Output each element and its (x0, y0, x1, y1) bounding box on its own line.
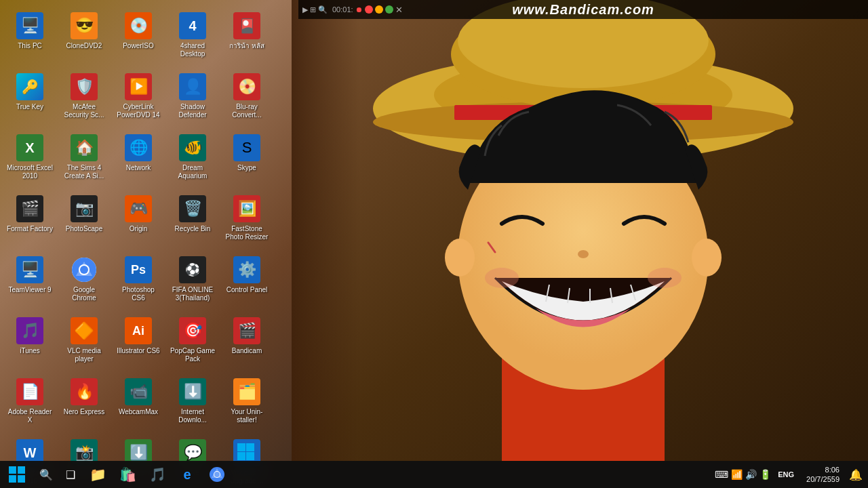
teamviewer-icon: 🖥️ (16, 256, 43, 283)
file-explorer-icon: 📁 (90, 466, 106, 483)
poweriso-label: PowerISO (123, 42, 154, 50)
icon-adobe-reader[interactable]: 📄 Adobe Reader X (3, 373, 56, 434)
excel-label: Microsoft Excel 2010 (6, 164, 54, 180)
poweriso-icon: 💿 (125, 12, 152, 39)
edge-icon: e (183, 467, 191, 483)
clonedvd2-label: CloneDVD2 (66, 42, 102, 50)
notifications-icon[interactable]: 🔔 (849, 468, 863, 481)
skype-label: Skype (237, 164, 256, 172)
icon-fifa[interactable]: ⚽ FIFA ONLINE 3(Thailand) (166, 251, 219, 312)
svg-point-25 (80, 266, 88, 274)
icon-network[interactable]: 🌐 Network (112, 129, 165, 190)
icon-uninstaller[interactable]: 🗂️ Your Unin-staller! (220, 373, 273, 434)
icon-faststone[interactable]: 🖼️ FastStone Photo Resizer (220, 190, 273, 251)
chrome-taskbar-icon (209, 466, 225, 483)
icon-vlc[interactable]: 🔶 VLC media player (58, 312, 111, 373)
nero-icon: 🔥 (71, 378, 98, 405)
taskbar-clock[interactable]: 8:06 20/7/2559 (801, 465, 845, 485)
bluray-icon: 📀 (233, 73, 260, 100)
icon-excel[interactable]: X Microsoft Excel 2010 (3, 129, 56, 190)
icon-bluray[interactable]: 📀 Blu-ray Convert... (220, 68, 273, 129)
skype-icon: S (233, 134, 260, 161)
icon-clonedvd2[interactable]: 😎 CloneDVD2 (58, 7, 111, 68)
cyberlink-icon: ▶️ (125, 73, 152, 100)
icon-internet-downloader[interactable]: ⬇️ Internet Downlo... (166, 373, 219, 434)
chrome-icon (71, 256, 98, 283)
icon-shadow-defender[interactable]: 👤 Shadow Defender (166, 68, 219, 129)
svg-rect-33 (18, 475, 25, 483)
icon-poweriso[interactable]: 💿 PowerISO (112, 7, 165, 68)
volume-icon[interactable]: 🔊 (745, 469, 757, 480)
true-key-icon: 🔑 (16, 73, 43, 100)
keyboard-icon[interactable]: ⌨ (715, 469, 728, 480)
fifa-label: FIFA ONLINE 3(Thailand) (169, 286, 216, 302)
icon-karinas[interactable]: 🎴 การิน้า หลัส (220, 7, 273, 68)
start-button[interactable] (0, 461, 34, 488)
network-icon: 🌐 (125, 134, 152, 161)
taskbar-chrome[interactable] (202, 461, 232, 488)
icon-format-factory[interactable]: 🎬 Format Factory (3, 190, 56, 251)
cyberlink-label: CyberLink PowerDVD 14 (115, 103, 162, 119)
search-icon: 🔍 (39, 468, 53, 481)
format-factory-label: Format Factory (7, 225, 53, 233)
popcap-icon: 🎯 (179, 317, 206, 344)
icon-dream-aquarium[interactable]: 🐠 Dream Aquarium (166, 129, 219, 190)
icon-this-pc[interactable]: 🖥️ This PC (3, 7, 56, 68)
icon-true-key[interactable]: 🔑 True Key (3, 68, 56, 129)
icon-control-panel[interactable]: ⚙️ Control Panel (220, 251, 273, 312)
icon-recycle-bin[interactable]: 🗑️ Recycle Bin (166, 190, 219, 251)
icon-cyberlink[interactable]: ▶️ CyberLink PowerDVD 14 (112, 68, 165, 129)
language-indicator[interactable]: ENG (775, 470, 797, 479)
icon-photoscap[interactable]: 📷 PhotoScape (58, 190, 111, 251)
uninstaller-label: Your Unin-staller! (223, 408, 271, 424)
icon-teamviewer[interactable]: 🖥️ TeamViewer 9 (3, 251, 56, 312)
adobe-reader-label: Adobe Reader X (6, 408, 54, 424)
taskbar-file-explorer[interactable]: 📁 (83, 461, 113, 488)
karinas-icon: 🎴 (233, 12, 260, 39)
icon-webcammax[interactable]: 📹 WebcamMax (112, 373, 165, 434)
icon-chrome[interactable]: Google Chrome (58, 251, 111, 312)
recycle-bin-label: Recycle Bin (175, 225, 211, 233)
faststone-icon: 🖼️ (233, 195, 260, 222)
task-view-icon: ❑ (66, 468, 75, 481)
icon-4shared[interactable]: 4 4shared Desktop (166, 7, 219, 68)
bluray-label: Blu-ray Convert... (223, 103, 271, 119)
store-icon: 🛍️ (119, 466, 136, 483)
itunes-label: iTunes (20, 347, 40, 355)
mcafee-icon: 🛡️ (71, 73, 98, 100)
uninstaller-icon: 🗂️ (233, 378, 260, 405)
icon-bandicam[interactable]: 🎬 Bandicam (220, 312, 273, 373)
icon-mcafee[interactable]: 🛡️ McAfee Security Sc... (58, 68, 111, 129)
bandicam-icon: 🎬 (233, 317, 260, 344)
taskbar-edge[interactable]: e (172, 461, 202, 488)
vlc-label: VLC media player (60, 347, 108, 363)
karinas-label: การิน้า หลัส (229, 42, 264, 50)
icon-photoshop[interactable]: Ps Photoshop CS6 (112, 251, 165, 312)
dream-aquarium-icon: 🐠 (179, 134, 206, 161)
svg-point-20 (485, 268, 519, 288)
media-player-icon: 🎵 (149, 466, 166, 483)
photoshop-icon: Ps (125, 256, 152, 283)
taskbar-store[interactable]: 🛍️ (113, 461, 142, 488)
svg-point-12 (692, 239, 722, 277)
network-systray-icon[interactable]: 📶 (731, 469, 743, 480)
clonedvd2-icon: 😎 (71, 12, 98, 39)
icon-origin[interactable]: 🎮 Origin (112, 190, 165, 251)
taskbar-search-button[interactable]: 🔍 (34, 461, 58, 488)
taskbar-media-player[interactable]: 🎵 (142, 461, 172, 488)
battery-icon[interactable]: 🔋 (760, 469, 771, 480)
icon-popcap[interactable]: 🎯 PopCap Game Pack (166, 312, 219, 373)
internet-downloader-label: Internet Downlo... (169, 408, 216, 424)
icon-skype[interactable]: S Skype (220, 129, 273, 190)
webcammax-label: WebcamMax (119, 408, 158, 416)
svg-rect-27 (246, 443, 254, 451)
clock-date: 20/7/2559 (806, 474, 840, 484)
taskbar-systray-area: ⌨ 📶 🔊 🔋 ENG 8:06 20/7/2559 🔔 (715, 465, 868, 485)
taskbar-task-view-button[interactable]: ❑ (58, 461, 83, 488)
icon-itunes[interactable]: 🎵 iTunes (3, 312, 56, 373)
icon-illustrator[interactable]: Ai Illustrator CS6 (112, 312, 165, 373)
format-factory-icon: 🎬 (16, 195, 43, 222)
icon-sims4[interactable]: 🏠 The Sims 4 Create A Si... (58, 129, 111, 190)
icon-nero[interactable]: 🔥 Nero Express (58, 373, 111, 434)
photoscap-icon: 📷 (71, 195, 98, 222)
